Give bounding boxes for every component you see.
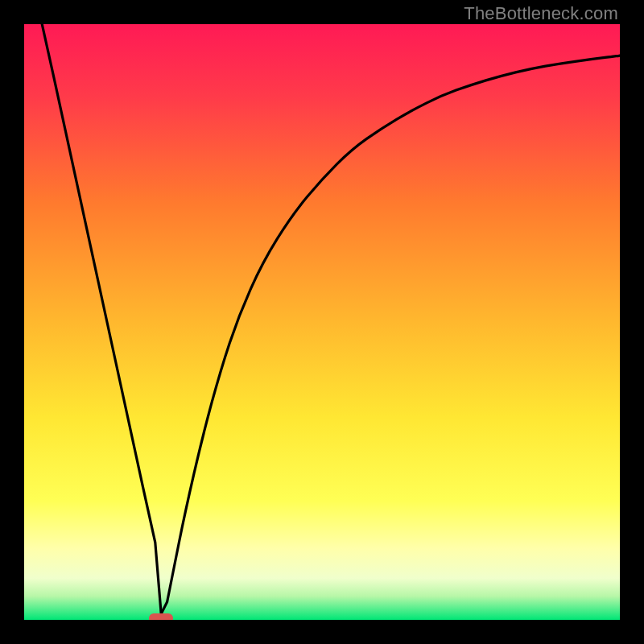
plot-area bbox=[24, 24, 620, 620]
watermark-text: TheBottleneck.com bbox=[464, 3, 618, 24]
chart-frame: TheBottleneck.com bbox=[0, 0, 644, 644]
curve-path bbox=[42, 24, 620, 614]
minimum-marker bbox=[149, 613, 173, 620]
curve-svg bbox=[24, 24, 620, 620]
